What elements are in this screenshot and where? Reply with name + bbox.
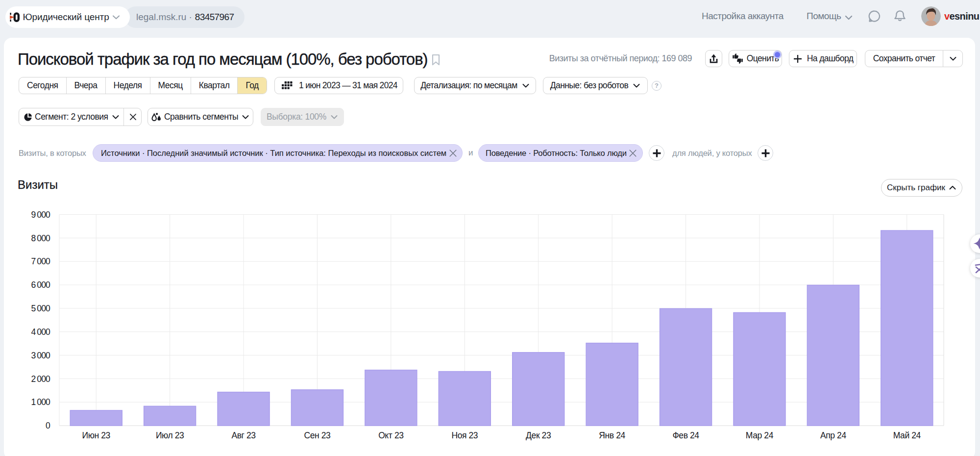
svg-text:Окт 23: Окт 23 bbox=[378, 431, 403, 440]
svg-text:1 000: 1 000 bbox=[31, 397, 51, 407]
svg-text:0: 0 bbox=[46, 421, 50, 431]
svg-text:3 000: 3 000 bbox=[31, 351, 51, 360]
svg-text:5 000: 5 000 bbox=[31, 304, 51, 313]
svg-text:Фев 24: Фев 24 bbox=[672, 431, 699, 440]
svg-text:Ноя 23: Ноя 23 bbox=[451, 431, 478, 440]
svg-text:Янв 24: Янв 24 bbox=[599, 431, 625, 440]
svg-text:8 000: 8 000 bbox=[31, 233, 51, 243]
svg-text:Мар 24: Мар 24 bbox=[746, 431, 774, 440]
svg-text:7 000: 7 000 bbox=[31, 256, 51, 266]
svg-text:Июл 23: Июл 23 bbox=[156, 431, 184, 440]
svg-text:4 000: 4 000 bbox=[31, 327, 51, 337]
svg-text:Май 24: Май 24 bbox=[893, 431, 921, 440]
svg-text:9 000: 9 000 bbox=[31, 210, 51, 220]
svg-text:Июн 23: Июн 23 bbox=[82, 431, 110, 440]
svg-text:Дек 23: Дек 23 bbox=[526, 431, 551, 440]
svg-text:Сен 23: Сен 23 bbox=[304, 431, 330, 440]
svg-text:2 000: 2 000 bbox=[31, 374, 51, 384]
svg-text:6 000: 6 000 bbox=[31, 280, 51, 290]
svg-text:Апр 24: Апр 24 bbox=[820, 431, 846, 440]
svg-text:Авг 23: Авг 23 bbox=[231, 431, 255, 440]
